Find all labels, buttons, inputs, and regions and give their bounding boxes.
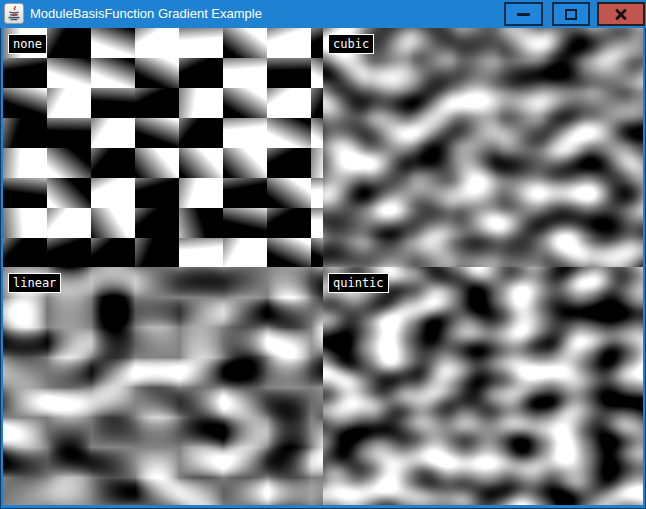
noise-panel-cubic: cubic [323, 28, 643, 267]
noise-panel-linear: linear [3, 267, 323, 505]
close-icon [614, 7, 628, 21]
noise-panel-none: none [3, 28, 323, 267]
noise-panel-quintic: quintic [323, 267, 643, 505]
maximize-button[interactable] [552, 2, 590, 26]
close-button[interactable] [597, 2, 645, 26]
panel-label-linear: linear [8, 273, 61, 293]
noise-preview-grid: none cubic linear quintic [3, 28, 643, 505]
java-coffee-cup-icon [6, 5, 22, 22]
noise-canvas-none [3, 28, 323, 267]
window-title: ModuleBasisFunction Gradient Example [30, 0, 262, 28]
noise-canvas-cubic [323, 28, 643, 267]
panel-label-none: none [8, 34, 47, 54]
minimize-button[interactable] [504, 2, 543, 26]
title-bar[interactable]: ModuleBasisFunction Gradient Example [0, 0, 646, 28]
system-menu-button[interactable] [4, 3, 24, 24]
panel-label-cubic: cubic [328, 34, 374, 54]
noise-canvas-linear [3, 267, 323, 505]
app-window: ModuleBasisFunction Gradient Example non… [0, 0, 646, 509]
noise-canvas-quintic [323, 267, 643, 505]
panel-label-quintic: quintic [328, 273, 389, 293]
maximize-icon [565, 9, 577, 20]
minimize-icon [517, 13, 530, 16]
